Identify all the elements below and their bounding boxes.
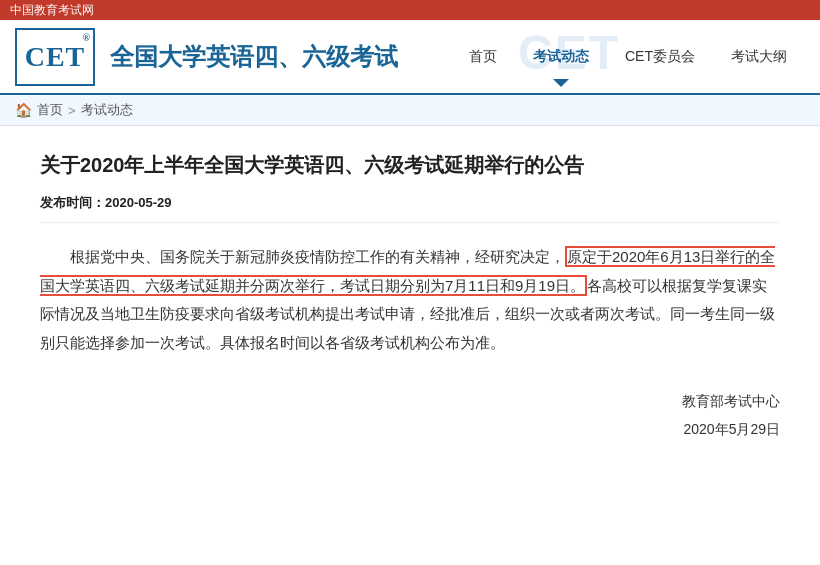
article-title: 关于2020年上半年全国大学英语四、六级考试延期举行的公告 (40, 151, 780, 179)
breadcrumb-current: 考试动态 (81, 101, 133, 119)
publish-date: 发布时间：2020-05-29 (40, 194, 780, 223)
logo-area: CET ® 全国大学英语四、六级考试 (15, 28, 398, 86)
cet-logo-text: CET (25, 41, 86, 73)
breadcrumb-home[interactable]: 首页 (37, 101, 63, 119)
nav-item-committee[interactable]: CET委员会 (607, 28, 713, 85)
main-nav: 首页 考试动态 CET委员会 考试大纲 (451, 28, 805, 85)
breadcrumb: 🏠 首页 > 考试动态 (0, 95, 820, 126)
article-footer: 教育部考试中心 2020年5月29日 (40, 387, 780, 443)
issue-date: 2020年5月29日 (40, 415, 780, 443)
breadcrumb-separator: > (68, 103, 76, 118)
nav-item-home[interactable]: 首页 (451, 28, 515, 85)
nav-item-news[interactable]: 考试动态 (515, 28, 607, 85)
main-content: 关于2020年上半年全国大学英语四、六级考试延期举行的公告 发布时间：2020-… (0, 126, 820, 468)
issuer: 教育部考试中心 (40, 387, 780, 415)
home-icon: 🏠 (15, 102, 32, 118)
top-bar: 中国教育考试网 (0, 0, 820, 20)
registered-mark: ® (83, 32, 91, 43)
site-title: 全国大学英语四、六级考试 (110, 41, 398, 73)
nav-item-syllabus[interactable]: 考试大纲 (713, 28, 805, 85)
publish-date-value: 2020-05-29 (105, 195, 172, 210)
article-body: 根据党中央、国务院关于新冠肺炎疫情防控工作的有关精神，经研究决定，原定于2020… (40, 243, 780, 357)
cet-logo: CET ® (15, 28, 95, 86)
publish-prefix: 发布时间： (40, 195, 105, 210)
body-text-before: 根据党中央、国务院关于新冠肺炎疫情防控工作的有关精神，经研究决定， (70, 248, 565, 265)
top-bar-label: 中国教育考试网 (10, 2, 94, 19)
header: CET ® 全国大学英语四、六级考试 CET 首页 考试动态 CET委员会 考试… (0, 20, 820, 95)
